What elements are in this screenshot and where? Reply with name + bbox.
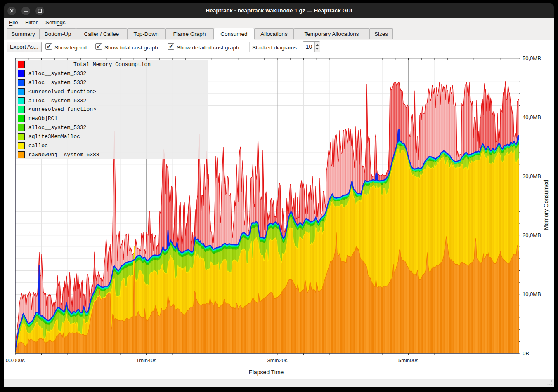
svg-text:3min20s: 3min20s	[267, 357, 288, 364]
svg-text:40,0MB: 40,0MB	[523, 114, 541, 120]
svg-text:20,0MB: 20,0MB	[523, 232, 541, 238]
svg-text:30,0MB: 30,0MB	[523, 173, 541, 179]
svg-text:1min40s: 1min40s	[136, 357, 157, 364]
svg-text:5min00s: 5min00s	[398, 357, 419, 364]
svg-text:Memory Consumed: Memory Consumed	[543, 180, 549, 230]
svg-text:00.000s: 00.000s	[6, 357, 25, 364]
svg-text:0B: 0B	[523, 350, 529, 357]
svg-text:10,0MB: 10,0MB	[523, 291, 541, 297]
svg-text:Elapsed Time: Elapsed Time	[249, 369, 284, 376]
svg-text:50,0MB: 50,0MB	[523, 55, 541, 61]
